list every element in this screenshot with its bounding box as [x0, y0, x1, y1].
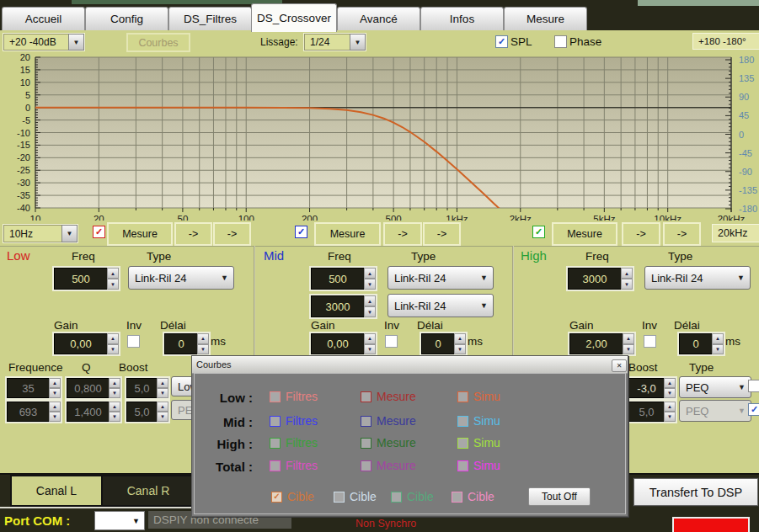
down-arrow-icon[interactable]: ▼ [157, 388, 168, 398]
high-delay-value[interactable]: 0 [679, 333, 712, 354]
dialog-titlebar[interactable]: Courbes [192, 356, 628, 374]
tab-accueil[interactable]: Accueil [2, 7, 85, 30]
spinner-arrows[interactable]: ▲▼ [364, 333, 376, 354]
peq-l2-boost-spinner[interactable]: 5,0 ▲▼ [125, 400, 170, 423]
peq-r1-type-select[interactable]: PEQ ▼ [679, 376, 751, 398]
spinner-arrows[interactable]: ▲▼ [623, 333, 634, 354]
canal-r-tab[interactable]: Canal R [101, 475, 195, 507]
high-simu-checkbox[interactable] [457, 438, 468, 449]
low-freq-value[interactable]: 500 [54, 268, 107, 290]
peq-l2-type-select[interactable]: PEQ [171, 400, 192, 420]
high-arrow-button-1[interactable]: -> [622, 222, 660, 246]
high-arrow-button-2[interactable]: -> [663, 222, 701, 246]
courbes-button[interactable]: Courbes [126, 33, 190, 52]
up-arrow-icon[interactable]: ▲ [157, 378, 168, 388]
mid-mesure-option[interactable]: Mesure [361, 414, 416, 428]
up-arrow-icon[interactable]: ▲ [49, 402, 61, 412]
canal-l-tab[interactable]: Canal L [10, 475, 103, 507]
cible-total-option[interactable]: Cible [452, 490, 494, 503]
down-arrow-icon[interactable]: ▼ [623, 344, 634, 355]
mid-type1-select[interactable]: Link-Ril 24 ▼ [388, 266, 494, 290]
spinner-arrows[interactable]: ▲▼ [157, 402, 168, 422]
down-arrow-icon[interactable]: ▼ [107, 344, 119, 355]
up-arrow-icon[interactable]: ▲ [109, 402, 120, 412]
up-arrow-icon[interactable]: ▲ [364, 333, 376, 344]
peq-l1-boost-value[interactable]: 5,0 [126, 378, 157, 398]
spinner-arrows[interactable]: ▲▼ [109, 402, 120, 422]
mid-filtres-option[interactable]: Filtres [270, 414, 318, 428]
peq-r1-checkbox[interactable] [748, 380, 759, 392]
peq-r2-checkbox[interactable]: ✓ [748, 403, 759, 416]
start-freq-select[interactable]: 10Hz ▼ [3, 224, 78, 243]
spinner-arrows[interactable]: ▲▼ [364, 268, 376, 290]
mid-gain-spinner[interactable]: 0,00 ▲▼ [309, 332, 377, 356]
chevron-down-icon[interactable]: ▼ [350, 34, 366, 51]
up-arrow-icon[interactable]: ▲ [49, 378, 61, 388]
mid-delay-value[interactable]: 0 [421, 333, 454, 354]
low-simu-checkbox[interactable] [457, 391, 468, 402]
down-arrow-icon[interactable]: ▼ [621, 279, 633, 290]
peq-l1-type-select[interactable]: Low [171, 376, 192, 396]
peq-l1-freq-spinner[interactable]: 35 ▲▼ [5, 376, 62, 400]
tab-infos[interactable]: Infos [420, 7, 504, 30]
down-arrow-icon[interactable]: ▼ [197, 344, 209, 355]
peq-l2-q-spinner[interactable]: 1,400 ▲▼ [65, 400, 122, 423]
mid-gain-value[interactable]: 0,00 [311, 333, 364, 354]
peq-l1-boost-spinner[interactable]: 5,0 ▲▼ [125, 376, 170, 400]
down-arrow-icon[interactable]: ▼ [712, 344, 724, 355]
peq-r2-type-select[interactable]: PEQ ▼ [679, 400, 751, 422]
spinner-arrows[interactable]: ▲▼ [664, 402, 676, 422]
up-arrow-icon[interactable]: ▲ [364, 295, 376, 306]
cible-high-checkbox[interactable] [391, 492, 402, 503]
spinner-arrows[interactable]: ▲▼ [712, 333, 724, 354]
transfert-to-dsp-button[interactable]: Transfert To DSP [633, 478, 758, 506]
mid-freq1-spinner[interactable]: 500 ▲▼ [309, 266, 377, 291]
tout-off-button[interactable]: Tout Off [528, 487, 591, 506]
up-arrow-icon[interactable]: ▲ [197, 333, 209, 344]
high-filtres-checkbox[interactable] [270, 438, 281, 449]
down-arrow-icon[interactable]: ▼ [157, 412, 168, 422]
spinner-arrows[interactable]: ▲▼ [107, 268, 119, 290]
high-inv-checkbox[interactable] [644, 335, 656, 348]
spinner-arrows[interactable]: ▲▼ [621, 268, 633, 290]
mid-arrow-button-2[interactable]: -> [423, 222, 461, 246]
tab-ds-filtres[interactable]: DS_Filtres [168, 7, 252, 30]
high-mesure-option[interactable]: Mesure [361, 436, 416, 450]
total-simu-checkbox[interactable] [457, 460, 468, 471]
down-arrow-icon[interactable]: ▼ [364, 306, 376, 317]
mid-type2-select[interactable]: Link-Ril 24 ▼ [388, 294, 494, 317]
peq-r1-boost-value[interactable]: -3,0 [628, 378, 664, 398]
peq-l1-q-spinner[interactable]: 0,800 ▲▼ [65, 376, 122, 400]
mid-simu-checkbox[interactable] [457, 416, 468, 427]
mid-inv-checkbox[interactable] [385, 335, 398, 348]
down-arrow-icon[interactable]: ▼ [454, 344, 466, 355]
spinner-arrows[interactable]: ▲▼ [107, 333, 119, 354]
high-freq-spinner[interactable]: 3000 ▲▼ [566, 266, 634, 291]
spinner-arrows[interactable]: ▲▼ [664, 378, 676, 398]
low-filtres-option[interactable]: Filtres [270, 390, 318, 403]
mid-delay-spinner[interactable]: 0 ▲▼ [420, 332, 468, 356]
mid-mesure-checkbox[interactable] [361, 416, 371, 427]
mid-arrow-button-1[interactable]: -> [383, 222, 422, 246]
low-type-select[interactable]: Link-Ril 24 ▼ [128, 266, 234, 290]
up-arrow-icon[interactable]: ▲ [621, 268, 633, 279]
close-icon[interactable]: ✕ [612, 359, 627, 372]
up-arrow-icon[interactable]: ▲ [664, 378, 676, 388]
tab-mesure[interactable]: Mesure [504, 7, 587, 30]
high-filtres-option[interactable]: Filtres [270, 436, 318, 450]
down-arrow-icon[interactable]: ▼ [109, 412, 120, 422]
peq-l2-freq-value[interactable]: 693 [7, 402, 49, 422]
down-arrow-icon[interactable]: ▼ [109, 388, 120, 398]
low-arrow-button-1[interactable]: -> [174, 222, 212, 246]
total-filtres-option[interactable]: Filtres [270, 459, 318, 472]
peq-r2-boost-spinner[interactable]: 5,0 ▲▼ [627, 400, 677, 423]
total-mesure-checkbox[interactable] [361, 460, 371, 471]
tab-config[interactable]: Config [85, 7, 168, 30]
peq-l2-boost-value[interactable]: 5,0 [126, 402, 157, 422]
up-arrow-icon[interactable]: ▲ [157, 402, 168, 412]
spinner-arrows[interactable]: ▲▼ [197, 333, 209, 354]
phase-checkbox[interactable] [554, 35, 567, 48]
peq-l2-freq-spinner[interactable]: 693 ▲▼ [5, 400, 62, 423]
up-arrow-icon[interactable]: ▲ [623, 333, 634, 344]
mid-freq2-spinner[interactable]: 3000 ▲▼ [309, 294, 377, 319]
